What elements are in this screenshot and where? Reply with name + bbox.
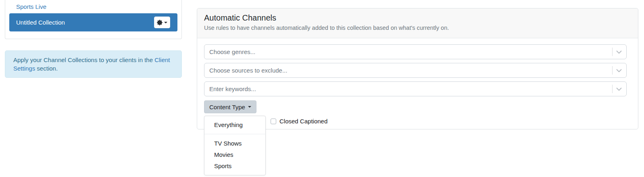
chevron-down-icon[interactable] xyxy=(615,86,623,92)
card-title: Automatic Channels xyxy=(204,12,631,23)
content-type-button-label: Content Type xyxy=(209,104,245,110)
sources-select xyxy=(204,63,627,78)
chevron-down-icon[interactable] xyxy=(615,68,623,73)
sources-input[interactable] xyxy=(204,63,627,78)
content-type-row: Content Type Everything TV Shows Movies … xyxy=(204,100,627,113)
genres-input[interactable] xyxy=(204,44,627,59)
sidebar-item-untitled-collection[interactable]: Untitled Collection xyxy=(9,13,177,31)
collections-panel: Sports Live Untitled Collection xyxy=(5,0,182,39)
menu-item-everything[interactable]: Everything xyxy=(204,119,265,131)
collection-settings-button[interactable] xyxy=(154,17,170,28)
menu-item-movies[interactable]: Movies xyxy=(204,149,265,160)
alert-text-after: section. xyxy=(35,65,58,72)
closed-captioned-row[interactable]: Closed Captioned xyxy=(271,118,327,125)
card-body: Content Type Everything TV Shows Movies … xyxy=(197,38,638,113)
caret-down-icon xyxy=(248,106,251,108)
content-type-menu: Everything TV Shows Movies Sports xyxy=(204,116,266,175)
menu-divider xyxy=(204,134,265,134)
sidebar-item-sports-live[interactable]: Sports Live xyxy=(9,0,177,13)
card-header: Automatic Channels Use rules to have cha… xyxy=(197,8,638,38)
input-separator xyxy=(612,48,613,56)
keywords-select xyxy=(204,81,627,96)
content-type-button[interactable]: Content Type xyxy=(204,100,256,113)
genres-select xyxy=(204,44,627,59)
client-settings-alert: Apply your Channel Collections to your c… xyxy=(5,50,182,78)
card-subtitle: Use rules to have channels automatically… xyxy=(204,25,631,31)
menu-item-tv-shows[interactable]: TV Shows xyxy=(204,138,265,149)
closed-captioned-label: Closed Captioned xyxy=(279,118,327,125)
chevron-down-icon[interactable] xyxy=(615,49,623,55)
alert-text-before: Apply your Channel Collections to your c… xyxy=(13,56,154,63)
input-separator xyxy=(612,85,613,93)
menu-item-sports[interactable]: Sports xyxy=(204,160,265,172)
automatic-channels-card: Automatic Channels Use rules to have cha… xyxy=(197,8,638,129)
gear-icon xyxy=(157,20,163,25)
caret-down-icon xyxy=(164,22,167,23)
sidebar-item-label: Untitled Collection xyxy=(16,19,65,26)
closed-captioned-checkbox[interactable] xyxy=(271,119,276,124)
input-separator xyxy=(612,66,613,75)
keywords-input[interactable] xyxy=(204,81,627,96)
